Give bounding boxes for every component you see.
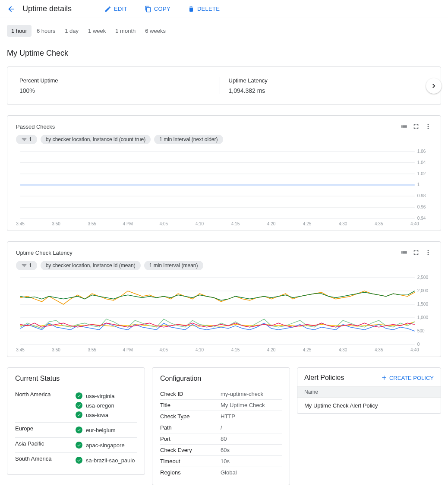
time-range-6-weeks[interactable]: 6 weeks [141, 25, 170, 37]
group-chip[interactable]: by checker location, instance id (count … [41, 135, 151, 144]
svg-text:2,000: 2,000 [417, 288, 429, 293]
status-ok-icon [76, 392, 82, 399]
config-row: Check IDmy-uptime-check [160, 389, 282, 400]
latency-chart-title: Uptime Check Latency [16, 250, 73, 256]
plus-icon [381, 374, 388, 381]
config-row: Path/ [160, 422, 282, 433]
region-label: North America [15, 391, 76, 420]
svg-text:3:50: 3:50 [52, 221, 60, 226]
time-range-1-day[interactable]: 1 day [60, 25, 83, 37]
more-icon[interactable] [424, 123, 432, 130]
config-val: HTTP [221, 413, 282, 420]
edit-label: EDIT [114, 6, 127, 12]
copy-button[interactable]: COPY [145, 6, 170, 13]
region-row: Asia Pacificapac-singapore [15, 438, 137, 453]
svg-text:2,500: 2,500 [417, 275, 429, 280]
status-title: Current Status [15, 375, 137, 382]
time-range-1-hour[interactable]: 1 hour [7, 25, 32, 37]
filter-icon [21, 136, 27, 142]
create-policy-button[interactable]: CREATE POLICY [381, 374, 434, 381]
svg-text:4:10: 4:10 [196, 348, 204, 352]
status-ok-icon [76, 442, 82, 449]
check-name: My Uptime Check [7, 49, 441, 58]
uptime-label: Percent Uptime [19, 77, 220, 84]
svg-text:1,500: 1,500 [417, 302, 429, 307]
delete-label: DELETE [197, 6, 220, 12]
location-item: usa-iowa [76, 410, 137, 420]
delete-button[interactable]: DELETE [188, 6, 220, 13]
copy-icon [145, 6, 151, 13]
region-label: Asia Pacific [15, 440, 76, 450]
region-row: South Americasa-brazil-sao_paulo [15, 453, 137, 468]
svg-text:4:05: 4:05 [160, 348, 168, 352]
config-val: Global [221, 469, 282, 476]
config-key: Check Type [160, 413, 221, 420]
chevron-right-icon [429, 82, 438, 90]
config-key: Check Every [160, 447, 221, 453]
latency-label: Uptime Latency [229, 77, 429, 84]
config-key: Path [160, 424, 221, 431]
svg-text:500: 500 [417, 329, 425, 333]
interval-chip[interactable]: 1 min interval (mean) [144, 261, 203, 270]
edit-icon [104, 6, 111, 13]
filter-chip[interactable]: 1 [16, 135, 37, 144]
location-item: sa-brazil-sao_paulo [76, 455, 137, 465]
page-title: Uptime details [22, 4, 72, 13]
svg-text:3:55: 3:55 [88, 348, 96, 352]
config-row: Check TypeHTTP [160, 411, 282, 422]
config-row: Check Every60s [160, 445, 282, 456]
passed-chart-title: Passed Checks [16, 123, 55, 130]
fullscreen-icon[interactable] [412, 249, 420, 256]
group-chip[interactable]: by checker location, instance id (mean) [41, 261, 141, 270]
region-row: North Americausa-virginiausa-oregonusa-i… [15, 389, 137, 423]
config-key: Check ID [160, 391, 221, 397]
latency-chart[interactable]: 05001,0001,5002,0002,5003:453:503:554 PM… [16, 275, 432, 353]
time-range-1-month[interactable]: 1 month [111, 25, 140, 37]
interval-chip[interactable]: 1 min interval (next older) [154, 135, 223, 144]
list-icon[interactable] [400, 123, 408, 130]
config-val: 10s [221, 458, 282, 465]
alert-policies-panel: Alert Policies CREATE POLICY Name My Upt… [297, 367, 441, 414]
current-status-panel: Current Status North Americausa-virginia… [7, 367, 145, 475]
list-icon[interactable] [400, 249, 408, 256]
more-icon[interactable] [424, 249, 432, 256]
config-key: Regions [160, 469, 221, 476]
svg-text:4:05: 4:05 [160, 221, 168, 226]
filter-chip[interactable]: 1 [16, 261, 37, 270]
svg-text:4:30: 4:30 [339, 348, 347, 352]
latency-value: 1,094.382 ms [229, 87, 429, 94]
config-row: RegionsGlobal [160, 467, 282, 478]
latency-chart-card: Uptime Check Latency 1 by checker locati… [7, 241, 441, 357]
svg-text:1.02: 1.02 [417, 171, 426, 176]
time-range-6-hours[interactable]: 6 hours [32, 25, 60, 37]
svg-text:3:55: 3:55 [88, 221, 96, 226]
passed-checks-chart-card: Passed Checks 1 by checker location, ins… [7, 115, 441, 231]
config-row: TitleMy Uptime Check [160, 400, 282, 411]
svg-text:4:20: 4:20 [267, 348, 276, 352]
svg-text:3:45: 3:45 [16, 221, 25, 226]
config-val: My Uptime Check [221, 402, 282, 408]
next-summary-button[interactable] [426, 78, 442, 94]
back-button[interactable] [7, 5, 16, 13]
svg-text:0: 0 [417, 342, 420, 347]
location-item: eur-belgium [76, 425, 137, 435]
fullscreen-icon[interactable] [412, 123, 420, 130]
svg-text:0.98: 0.98 [417, 193, 426, 198]
svg-text:4:15: 4:15 [231, 221, 240, 226]
time-range-1-week[interactable]: 1 week [84, 25, 110, 37]
region-row: Europeeur-belgium [15, 423, 137, 438]
svg-text:4 PM: 4 PM [123, 221, 133, 226]
location-item: apac-singapore [76, 440, 137, 450]
header: Uptime details EDIT COPY DELETE [0, 0, 448, 18]
region-label: Europe [15, 425, 76, 435]
status-ok-icon [76, 427, 82, 433]
location-item: usa-oregon [76, 401, 137, 410]
svg-text:4:30: 4:30 [339, 221, 347, 226]
uptime-value: 100% [19, 87, 220, 94]
edit-button[interactable]: EDIT [104, 6, 127, 13]
config-val: 60s [221, 447, 282, 453]
alert-policy-row[interactable]: My Uptime Check Alert Policy [297, 398, 441, 414]
svg-text:4:20: 4:20 [267, 221, 276, 226]
svg-text:0.94: 0.94 [417, 216, 426, 221]
passed-checks-chart[interactable]: 0.940.960.9811.021.041.063:453:503:554 P… [16, 149, 432, 227]
